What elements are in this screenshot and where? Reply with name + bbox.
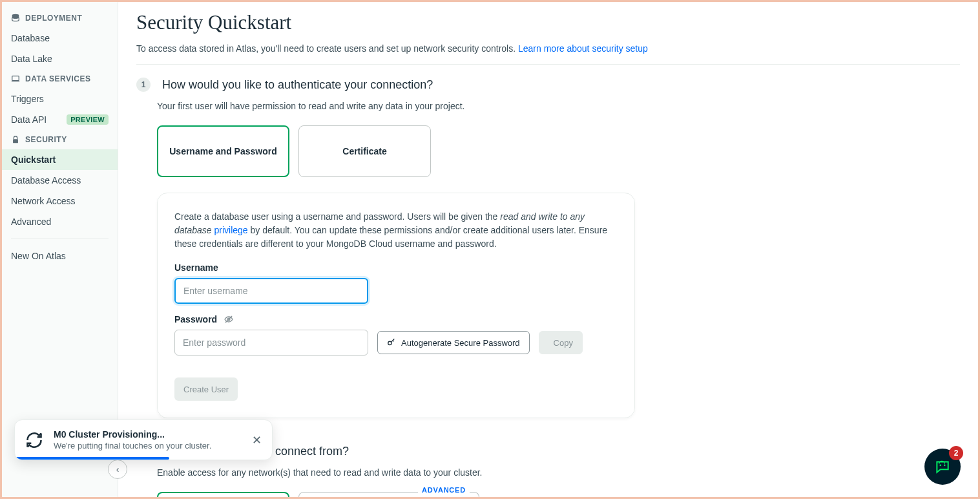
step1-subtitle: Your first user will have permission to … <box>157 101 960 111</box>
sidebar-section-deployment: DEPLOYMENT <box>2 8 118 28</box>
sidebar-divider <box>11 239 109 239</box>
provisioning-toast: M0 Cluster Provisioning... We're putting… <box>14 419 273 460</box>
sidebar-item-database-access[interactable]: Database Access <box>2 170 118 191</box>
toast-message: We're putting final touches on your clus… <box>54 441 242 451</box>
learn-more-link[interactable]: Learn more about security setup <box>518 43 648 54</box>
step1-title: How would you like to authenticate your … <box>162 78 433 92</box>
password-input[interactable] <box>174 330 368 356</box>
page-subtitle: To access data stored in Atlas, you'll n… <box>136 43 960 54</box>
svg-point-8 <box>939 465 941 467</box>
chat-fab[interactable]: 2 <box>924 449 961 485</box>
step2-subtitle: Enable access for any network(s) that ne… <box>157 467 960 478</box>
username-field-block: Username <box>174 262 618 304</box>
sidebar-item-quickstart[interactable]: Quickstart <box>2 149 118 170</box>
network-option-row: ADVANCED <box>157 492 960 497</box>
auth-option-row: Username and Password Certificate <box>157 125 960 177</box>
sidebar-header-data-services-label: DATA SERVICES <box>25 74 90 83</box>
auth-option-username-password[interactable]: Username and Password <box>157 125 289 177</box>
chat-badge: 2 <box>949 446 963 460</box>
chevron-left-icon: ‹ <box>116 464 120 474</box>
sidebar-item-data-api[interactable]: Data API PREVIEW <box>2 109 118 130</box>
toast-title: M0 Cluster Provisioning... <box>54 429 242 440</box>
copy-button: Copy <box>539 331 583 354</box>
username-label: Username <box>174 262 618 273</box>
sidebar-item-advanced[interactable]: Advanced <box>2 211 118 232</box>
svg-rect-2 <box>13 139 18 143</box>
auth-option-certificate[interactable]: Certificate <box>298 125 431 177</box>
sidebar-item-new-on-atlas[interactable]: New On Atlas <box>2 246 118 266</box>
page-title: Security Quickstart <box>136 11 960 34</box>
autogenerate-password-button[interactable]: Autogenerate Secure Password <box>377 331 530 354</box>
toast-progress-bar <box>15 457 169 460</box>
form-intro-pre: Create a database user using a username … <box>174 211 500 222</box>
network-option-1[interactable] <box>157 492 289 497</box>
laptop-icon <box>11 74 20 83</box>
sidebar-collapse-button[interactable]: ‹ <box>108 460 127 479</box>
password-label: Password <box>174 314 618 324</box>
toast-close-button[interactable]: ✕ <box>252 433 262 447</box>
sidebar-section-data-services: DATA SERVICES <box>2 69 118 89</box>
sidebar-item-triggers[interactable]: Triggers <box>2 89 118 109</box>
step1-header: 1 How would you like to authenticate you… <box>136 78 960 92</box>
create-user-button: Create User <box>174 377 238 401</box>
copy-label: Copy <box>554 338 573 348</box>
chat-icon <box>934 458 951 475</box>
eye-off-icon[interactable] <box>224 314 234 324</box>
database-stack-icon <box>11 14 20 23</box>
advanced-badge: ADVANCED <box>418 486 470 494</box>
autogenerate-label: Autogenerate Secure Password <box>401 338 520 348</box>
svg-rect-1 <box>12 76 19 81</box>
close-icon: ✕ <box>252 434 262 447</box>
privilege-link[interactable]: privilege <box>214 225 248 235</box>
sidebar-item-database[interactable]: Database <box>2 28 118 48</box>
step1-number: 1 <box>136 78 151 92</box>
preview-badge: PREVIEW <box>67 114 109 125</box>
password-field-block: Password Autogenerate Secure Password Co… <box>174 314 618 356</box>
password-label-text: Password <box>174 314 217 324</box>
svg-point-9 <box>944 465 946 467</box>
refresh-icon <box>25 431 43 449</box>
sidebar-item-data-api-label: Data API <box>11 114 47 125</box>
page-divider <box>136 64 960 65</box>
form-intro: Create a database user using a username … <box>174 210 618 251</box>
sidebar-item-data-lake[interactable]: Data Lake <box>2 48 118 69</box>
network-option-advanced[interactable]: ADVANCED <box>298 492 479 497</box>
sidebar-header-security-label: SECURITY <box>25 135 67 144</box>
sidebar-header-deployment-label: DEPLOYMENT <box>25 14 82 23</box>
svg-point-5 <box>388 341 391 345</box>
page-subtitle-text: To access data stored in Atlas, you'll n… <box>136 43 518 54</box>
user-form-card: Create a database user using a username … <box>157 193 635 418</box>
key-icon <box>387 338 396 347</box>
sidebar-item-network-access[interactable]: Network Access <box>2 191 118 211</box>
sidebar-section-security: SECURITY <box>2 130 118 149</box>
username-input[interactable] <box>174 278 368 304</box>
lock-icon <box>11 135 20 144</box>
